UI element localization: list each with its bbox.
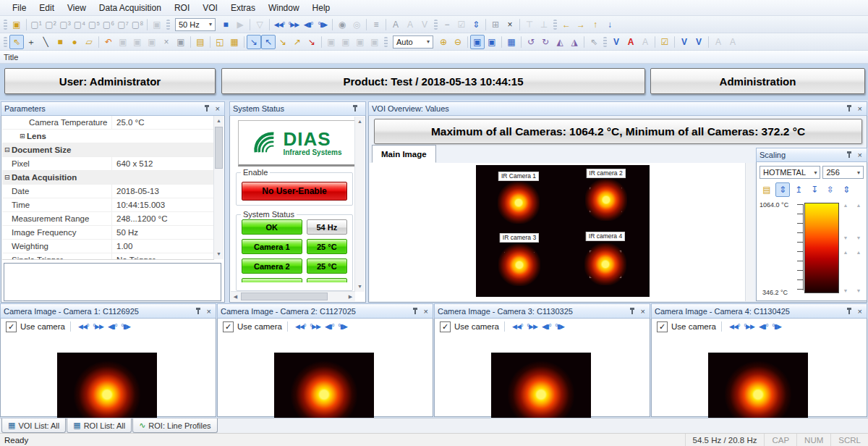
pin-icon[interactable] xyxy=(847,308,852,315)
parameter-row[interactable]: Single Trigger No Trigger xyxy=(2,253,214,260)
check-option-icon[interactable]: ☑ xyxy=(454,17,469,32)
roi-box[interactable] xyxy=(503,190,534,215)
use-camera-checkbox[interactable]: ✓ xyxy=(6,321,17,332)
scroll-thumb[interactable] xyxy=(241,293,328,300)
layout-1-icon[interactable]: ▢¹ xyxy=(29,17,43,32)
alarm-new-icon[interactable]: A xyxy=(624,35,638,49)
parameter-row[interactable]: ⊞ Lens xyxy=(2,130,214,143)
menu-item[interactable]: Extras xyxy=(224,1,262,14)
ir-camera-spot[interactable]: IR camera 3 xyxy=(504,252,535,277)
spin-down-icon[interactable]: ▼ xyxy=(841,235,851,240)
scrollbar-horizontal[interactable]: ◀ ▶ xyxy=(231,291,355,301)
nav-up-icon[interactable]: ↑ xyxy=(588,17,603,32)
pin-icon[interactable] xyxy=(630,308,635,315)
menu-item[interactable]: View xyxy=(61,1,93,14)
draw-polygon-icon[interactable]: ▱ xyxy=(82,35,96,49)
save-roi-icon[interactable]: ▦ xyxy=(227,35,242,49)
roi-box[interactable] xyxy=(590,251,621,278)
menu-item[interactable]: Help xyxy=(306,1,337,14)
flip-horizontal-icon[interactable]: ◭ xyxy=(553,35,567,49)
spin-up-icon[interactable]: ▲ xyxy=(841,203,851,208)
scaling-settings-icon[interactable]: ▤ xyxy=(760,182,774,197)
use-camera-checkbox[interactable]: ✓ xyxy=(223,321,234,332)
roi-delete2-icon[interactable]: ↘ xyxy=(305,35,319,49)
ir-camera-label[interactable]: IR camera 4 xyxy=(586,232,625,241)
scroll-up-icon[interactable]: ▲ xyxy=(214,116,224,126)
product-button[interactable]: Product: Test / 2018-05-13 10:44:15 xyxy=(221,68,645,94)
fullscreen-icon[interactable]: ▣ xyxy=(485,35,499,49)
roi-box[interactable] xyxy=(590,188,622,212)
voi-save-icon[interactable]: V xyxy=(692,35,706,49)
align-top-icon[interactable]: ⊤ xyxy=(522,17,537,32)
roi-properties-icon[interactable]: ▤ xyxy=(193,35,208,49)
menu-item[interactable]: File xyxy=(6,1,33,14)
menu-item[interactable]: ROI xyxy=(168,1,196,14)
levels-combo[interactable]: 256 xyxy=(822,166,864,179)
pointer-icon[interactable]: ⇖ xyxy=(587,35,601,49)
parameter-row[interactable]: Time 10:44:15.003 xyxy=(2,198,214,212)
minus-icon[interactable]: − xyxy=(440,17,454,32)
fit-window-icon[interactable]: ▣ xyxy=(470,35,485,49)
spin-up-icon[interactable]: ▲ xyxy=(854,250,864,255)
go-last-frame-icon[interactable]: ⁰▶▶ xyxy=(744,323,754,330)
bottom-tab[interactable]: ▦ ROI List: All xyxy=(67,418,132,433)
close-icon[interactable]: × xyxy=(422,308,430,315)
zoom-out-icon[interactable]: ⊖ xyxy=(451,35,465,49)
duplicate-roi-icon[interactable]: ▣ xyxy=(130,35,145,49)
nav-right-icon[interactable]: → xyxy=(574,17,588,32)
administration-button[interactable]: Administration xyxy=(650,68,865,94)
step-back-frame-icon[interactable]: ◀▮⁰ xyxy=(301,17,315,32)
parameter-row[interactable]: Weighting 1.00 xyxy=(2,240,214,253)
copy-roi-icon[interactable]: ▣ xyxy=(116,35,130,49)
voi-open-icon[interactable]: V xyxy=(677,35,692,49)
layout-4-icon[interactable]: ▢⁴ xyxy=(72,17,87,32)
go-first-frame-icon[interactable]: ◀◀⁰ xyxy=(295,323,305,330)
pin-icon[interactable] xyxy=(413,308,418,315)
parameter-row[interactable]: Camera Temperature 25.0 °C xyxy=(2,116,214,130)
record-icon[interactable]: ◉ xyxy=(335,17,349,32)
delete-cross-icon[interactable]: × xyxy=(503,17,517,32)
layer-down-icon[interactable]: ▣ xyxy=(367,35,382,49)
draw-ellipse-icon[interactable]: ● xyxy=(67,35,82,49)
pin-icon[interactable] xyxy=(196,308,201,315)
layout-6-icon[interactable]: ▢⁶ xyxy=(101,17,116,32)
paste-roi-icon[interactable]: ▣ xyxy=(174,35,188,49)
close-icon[interactable]: × xyxy=(205,308,213,315)
annotation-a-icon[interactable]: A xyxy=(388,17,403,32)
bottom-tab[interactable]: ▦ VOI List: All xyxy=(1,418,66,433)
close-icon[interactable]: × xyxy=(856,308,864,315)
pin-icon[interactable] xyxy=(353,105,358,112)
roi-box[interactable] xyxy=(504,252,535,277)
close-icon[interactable]: × xyxy=(856,151,864,159)
layer-back-icon[interactable]: ▣ xyxy=(339,35,353,49)
sequence-list-icon[interactable]: ≡ xyxy=(369,17,383,32)
ir-camera-label[interactable]: IR camera 2 xyxy=(586,169,625,178)
go-last-frame-icon[interactable]: ⁰▶▶ xyxy=(310,323,320,330)
ir-camera-label[interactable]: IR Camera 1 xyxy=(498,172,539,181)
step-back-frame-icon[interactable]: ◀▮⁰ xyxy=(325,323,333,330)
draw-point-icon[interactable]: ＋ xyxy=(24,35,38,49)
ir-camera-spot[interactable]: IR camera 4 xyxy=(590,251,621,278)
spin-down-icon[interactable]: ▼ xyxy=(841,288,851,293)
spin-up-icon[interactable]: ▲ xyxy=(841,250,851,255)
parameter-row[interactable]: Image Frequency 50 Hz xyxy=(2,226,214,240)
layout-save-icon[interactable]: ▣ xyxy=(150,17,164,32)
scroll-right-icon[interactable]: ▶ xyxy=(346,292,355,301)
scrollbar-vertical[interactable]: ▲ ▼ xyxy=(213,116,224,259)
scroll-down-icon[interactable]: ▼ xyxy=(355,282,365,292)
scale-max-icon[interactable]: ↥ xyxy=(791,182,806,197)
stop-icon[interactable]: ■ xyxy=(218,17,233,32)
step-forward-frame-icon[interactable]: ⁰▮▶ xyxy=(772,323,780,330)
axis-x-icon[interactable]: A xyxy=(711,35,726,49)
voi-check-icon[interactable]: ☑ xyxy=(658,35,672,49)
layout-3-icon[interactable]: ▢³ xyxy=(58,17,72,32)
use-camera-checkbox[interactable]: ✓ xyxy=(657,321,668,332)
scroll-up-icon[interactable]: ▲ xyxy=(355,117,365,127)
scroll-left-icon[interactable]: ◀ xyxy=(231,292,240,301)
rotate-left-icon[interactable]: ↺ xyxy=(524,35,538,49)
align-bottom-icon[interactable]: ⊥ xyxy=(537,17,551,32)
layout-8-icon[interactable]: ▢⁸ xyxy=(130,17,145,32)
go-first-frame-icon[interactable]: ◀◀⁰ xyxy=(272,17,286,32)
layout-5-icon[interactable]: ▢⁵ xyxy=(87,17,101,32)
open-roi-icon[interactable]: ◱ xyxy=(213,35,227,49)
